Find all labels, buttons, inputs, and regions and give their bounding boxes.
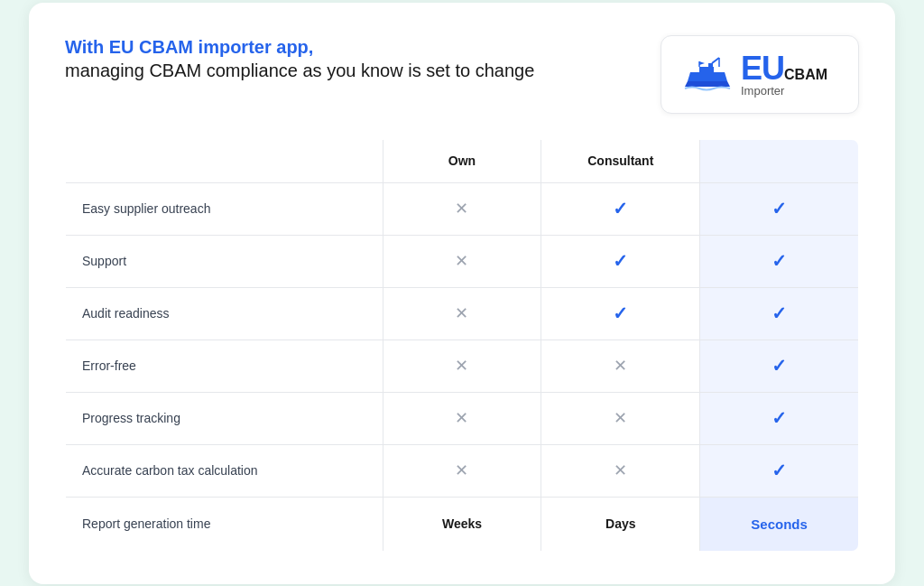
check-icon: ✓ [772,356,787,376]
cell-app-last: Seconds [700,497,859,551]
check-icon: ✓ [613,199,628,219]
svg-line-2 [712,58,719,63]
logo-importer: Importer [741,85,827,97]
cross-icon: ✕ [455,409,468,427]
headline: With EU CBAM importer app, managing CBAM… [65,35,534,82]
ship-icon [683,54,732,94]
check-icon: ✓ [772,251,787,271]
cell-feature: Error-free [66,340,383,392]
cell-feature-last: Report generation time [66,497,383,551]
cell-consultant: ✓ [541,287,700,340]
table-row: Progress tracking ✕ ✕ ✓ [66,392,859,444]
cell-app: ✓ [700,182,859,235]
cross-icon: ✕ [614,357,627,375]
top-section: With EU CBAM importer app, managing CBAM… [65,35,859,114]
cross-icon: ✕ [455,304,468,322]
cell-own: ✕ [383,287,541,340]
cell-own: ✕ [383,182,541,235]
cross-icon: ✕ [614,461,627,479]
svg-marker-5 [699,61,705,65]
svg-rect-1 [699,67,714,72]
header-own: Own [383,139,541,182]
logo-text-right: EUCBAM Importer [741,52,827,97]
cell-app: ✓ [700,340,859,392]
header-consultant: Consultant [541,139,700,182]
cell-own: ✕ [383,444,541,497]
table-row: Error-free ✕ ✕ ✓ [66,340,859,392]
cell-feature: Support [66,235,383,287]
cell-own: ✕ [383,340,541,392]
check-icon: ✓ [772,408,787,428]
table-row: Audit readiness ✕ ✓ ✓ [66,287,859,340]
logo-eu: EUCBAM [741,52,827,85]
table-row-last: Report generation time Weeks Days Second… [66,497,859,551]
table-header-row: Own Consultant [66,139,859,182]
check-icon: ✓ [772,199,787,219]
cell-consultant: ✓ [541,182,700,235]
cell-app: ✓ [700,392,859,444]
cell-own-last: Weeks [383,497,541,551]
table-row: Easy supplier outreach ✕ ✓ ✓ [66,182,859,235]
cell-feature: Progress tracking [66,392,383,444]
check-icon: ✓ [613,251,628,271]
cross-icon: ✕ [455,200,468,218]
cell-consultant-last: Days [541,497,700,551]
logo-box: EUCBAM Importer [661,35,859,114]
cell-app: ✓ [700,444,859,497]
cross-icon: ✕ [455,252,468,270]
cell-consultant: ✓ [541,235,700,287]
check-icon: ✓ [772,460,787,480]
header-feature [66,139,383,182]
cell-own: ✕ [383,392,541,444]
cross-icon: ✕ [455,357,468,375]
cell-consultant: ✕ [541,444,700,497]
main-card: With EU CBAM importer app, managing CBAM… [29,3,895,584]
headline-blue: With EU CBAM importer app, [65,35,534,59]
table-row: Support ✕ ✓ ✓ [66,235,859,287]
table-row: Accurate carbon tax calculation ✕ ✕ ✓ [66,444,859,497]
cell-app: ✓ [700,287,859,340]
comparison-table: Own Consultant Easy supplier outreach ✕ … [65,139,859,552]
cell-consultant: ✕ [541,392,700,444]
cell-feature: Easy supplier outreach [66,182,383,235]
headline-black: managing CBAM compliance as you know is … [65,59,534,82]
cell-app: ✓ [700,235,859,287]
header-app [700,139,859,182]
cell-own: ✕ [383,235,541,287]
check-icon: ✓ [772,303,787,323]
cell-feature: Audit readiness [66,287,383,340]
cross-icon: ✕ [455,461,468,479]
cell-feature: Accurate carbon tax calculation [66,444,383,497]
cell-consultant: ✕ [541,340,700,392]
check-icon: ✓ [613,303,628,323]
cross-icon: ✕ [614,409,627,427]
